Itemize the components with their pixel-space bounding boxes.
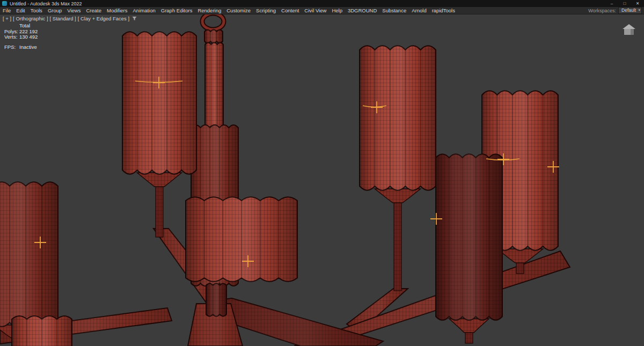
menu-rapidtools[interactable]: rapidTools [429, 7, 458, 14]
menu-animation[interactable]: Animation [130, 7, 158, 14]
menu-views[interactable]: Views [64, 7, 83, 14]
menu-tools[interactable]: Tools [28, 7, 45, 14]
workspaces-area: Workspaces: Default ▾ [588, 7, 644, 14]
menu-customize[interactable]: Customize [224, 7, 253, 14]
shade-left-top-stem[interactable] [156, 182, 163, 237]
workspaces-label: Workspaces: [588, 8, 616, 13]
shade-mid-right[interactable] [436, 154, 502, 343]
window-controls: – □ ✕ [605, 0, 644, 7]
menu-substance[interactable]: Substance [379, 7, 409, 14]
menu-scripting[interactable]: Scripting [253, 7, 279, 14]
viewcube-home-icon[interactable] [621, 24, 636, 39]
column-upper-shaft[interactable] [205, 43, 223, 128]
menu-content[interactable]: Content [279, 7, 302, 14]
maximize-button-icon[interactable]: □ [618, 0, 631, 7]
minimize-button-icon[interactable]: – [605, 0, 618, 7]
viewport-menu-renderer[interactable]: [ Standard ] [50, 16, 76, 21]
menu-civil-view[interactable]: Civil View [302, 7, 329, 14]
menu-create[interactable]: Create [83, 7, 104, 14]
close-button-icon[interactable]: ✕ [631, 0, 644, 7]
menu-file[interactable]: File [0, 7, 13, 14]
stats-verts-label: Verts: [4, 34, 19, 40]
stats-fps-label: FPS: [4, 45, 19, 50]
stats-total-header: Total [19, 23, 30, 28]
menu-edit[interactable]: Edit [13, 7, 27, 14]
menu-arnold[interactable]: Arnold [409, 7, 429, 14]
viewport-statistics: Total Polys:222 192 Verts:130 492 FPS:In… [4, 23, 38, 50]
window-title: Untitled - Autodesk 3ds Max 2022 [10, 1, 82, 6]
shade-center[interactable] [186, 197, 297, 282]
menu-graph-editors[interactable]: Graph Editors [158, 7, 195, 14]
chevron-down-icon: ▾ [638, 8, 640, 13]
stats-verts-value: 130 492 [19, 34, 38, 40]
menu-group[interactable]: Group [45, 7, 64, 14]
viewport-canvas[interactable] [0, 0, 644, 346]
menu-modifiers[interactable]: Modifiers [104, 7, 130, 14]
viewport-menu-pov[interactable]: [ Orthographic ] [13, 16, 48, 21]
viewport-filter-icon[interactable] [132, 16, 137, 21]
menu-rendering[interactable]: Rendering [195, 7, 224, 14]
column-knob[interactable] [204, 30, 223, 43]
title-bar: Untitled - Autodesk 3ds Max 2022 – □ ✕ [0, 0, 644, 7]
stats-fps-value: Inactive [19, 45, 37, 50]
shade-right-top-stem[interactable] [394, 198, 401, 291]
workspace-dropdown[interactable]: Default ▾ [618, 7, 642, 14]
menu-3dground[interactable]: 3DGROUND [345, 7, 379, 14]
column-lower-shaft[interactable] [206, 284, 226, 316]
stats-polys-label: Polys: [4, 29, 19, 34]
stats-polys-value: 222 192 [19, 29, 38, 34]
shade-bottom-left[interactable] [12, 316, 72, 346]
3ds-max-app-icon[interactable] [2, 1, 7, 6]
application-window: Untitled - Autodesk 3ds Max 2022 – □ ✕ F… [0, 0, 644, 346]
viewport-label: [ + ] [ Orthographic ] [ Standard ] [ Cl… [3, 16, 137, 21]
menu-help[interactable]: Help [329, 7, 345, 14]
workspace-value: Default [621, 8, 636, 13]
viewport-menu-shading[interactable]: [ Clay + Edged Faces ] [78, 16, 129, 21]
viewport-menu-plus[interactable]: [ + ] [3, 16, 11, 21]
menu-bar: File Edit Tools Group Views Create Modif… [0, 7, 644, 14]
